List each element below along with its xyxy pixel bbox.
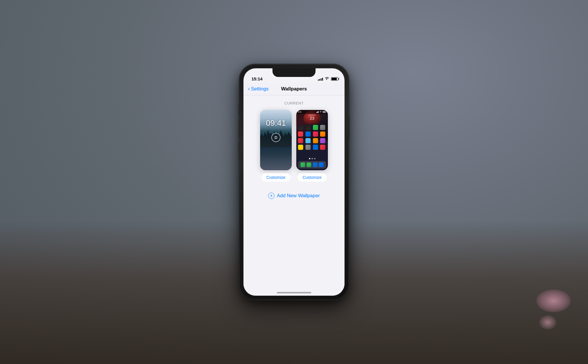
app-icon-appstore[interactable] — [305, 131, 311, 137]
homescreen-date-area: TUESDAY 23 — [296, 114, 328, 121]
status-icons — [318, 77, 338, 81]
wallpaper-previews: 09:41 D Customize — [249, 110, 339, 182]
page-dot-active — [309, 158, 310, 159]
app-icon-health[interactable] — [313, 131, 318, 137]
navigation-bar: ‹ Settings Wallpapers — [243, 83, 345, 95]
app-icon-settings[interactable] — [305, 145, 311, 150]
hs-battery — [323, 111, 326, 113]
notch — [272, 68, 316, 77]
mute-button[interactable] — [238, 104, 239, 115]
app-grid — [298, 125, 326, 150]
dock-icon-messages[interactable] — [307, 162, 311, 167]
homescreen-thumbnail[interactable]: 9:41 — [296, 110, 328, 170]
app-icon-row3-2[interactable] — [305, 138, 311, 143]
dock-icon-mail[interactable] — [313, 162, 318, 167]
phone-container: 15:14 — [239, 64, 349, 300]
app-icon-row3-4[interactable] — [320, 138, 325, 143]
add-wallpaper-icon: + — [268, 193, 274, 199]
svg-rect-0 — [316, 112, 317, 113]
back-button[interactable]: ‹ Settings — [248, 86, 268, 92]
svg-rect-2 — [318, 111, 318, 113]
add-wallpaper-section[interactable]: + Add New Wallpaper — [243, 190, 345, 202]
signal-icon — [318, 77, 323, 81]
homescreen-date-number: 23 — [296, 116, 328, 121]
homescreen-background: 9:41 — [296, 110, 328, 170]
svg-rect-1 — [317, 112, 318, 113]
lockscreen-depth-icon: D — [271, 133, 281, 142]
homescreen-status-bar: 9:41 — [296, 110, 328, 114]
phone-body: 15:14 — [239, 64, 349, 300]
battery-fill — [332, 78, 337, 80]
lockscreen-customize-button[interactable]: Customize — [261, 173, 291, 182]
lockscreen-thumbnail[interactable]: 09:41 D — [260, 110, 292, 170]
page-dot-1 — [312, 158, 313, 159]
app-icon-row3-3[interactable] — [313, 138, 318, 143]
back-chevron-icon: ‹ — [248, 86, 250, 92]
page-title: Wallpapers — [281, 86, 307, 92]
lockscreen-preview[interactable]: 09:41 D Customize — [260, 110, 292, 182]
homescreen-status-icons — [316, 111, 326, 113]
app-dock — [298, 161, 326, 169]
volume-up-button[interactable] — [238, 120, 239, 138]
page-dot-2 — [314, 158, 316, 159]
lockscreen-reflection — [260, 147, 292, 170]
background-petals-2 — [539, 315, 556, 330]
lockscreen-time: 09:41 — [266, 119, 286, 128]
app-icon-row4-4[interactable] — [320, 145, 325, 150]
dock-icon-phone[interactable] — [301, 162, 305, 167]
app-icon-music[interactable] — [298, 131, 303, 137]
homescreen-preview[interactable]: 9:41 — [296, 110, 328, 182]
app-icon-notes[interactable] — [298, 145, 303, 150]
app-icon-photos[interactable] — [320, 131, 325, 137]
battery-icon — [331, 77, 338, 81]
homescreen-time: 9:41 — [298, 111, 301, 113]
signal-bar-3 — [321, 78, 322, 81]
status-time: 15:14 — [252, 77, 262, 81]
signal-bar-4 — [322, 78, 323, 81]
wifi-icon — [325, 77, 329, 81]
home-indicator[interactable] — [277, 292, 311, 293]
page-dots — [296, 158, 328, 159]
volume-down-button[interactable] — [238, 142, 239, 159]
app-icon-row3-1[interactable] — [298, 138, 303, 143]
back-label[interactable]: Settings — [251, 86, 268, 92]
app-icon-row4-3[interactable] — [313, 145, 318, 150]
dock-icon-safari[interactable] — [319, 162, 324, 167]
signal-bar-1 — [318, 80, 319, 81]
section-label-current: CURRENT — [243, 101, 345, 105]
app-icon-maps[interactable] — [313, 125, 318, 130]
app-icon-tv[interactable] — [298, 125, 303, 130]
content-area: CURRENT 09:41 D Customiz — [243, 95, 345, 296]
phone-screen: 15:14 — [243, 68, 345, 296]
background-petals — [536, 289, 571, 312]
add-wallpaper-label[interactable]: Add New Wallpaper — [277, 193, 320, 199]
app-icon-camera[interactable] — [320, 125, 325, 130]
homescreen-customize-button[interactable]: Customize — [297, 173, 327, 182]
app-icon-clock[interactable] — [305, 125, 311, 130]
lockscreen-background: 09:41 D — [260, 110, 292, 170]
signal-bar-2 — [319, 79, 320, 81]
svg-rect-3 — [318, 111, 319, 113]
power-button[interactable] — [349, 116, 350, 139]
